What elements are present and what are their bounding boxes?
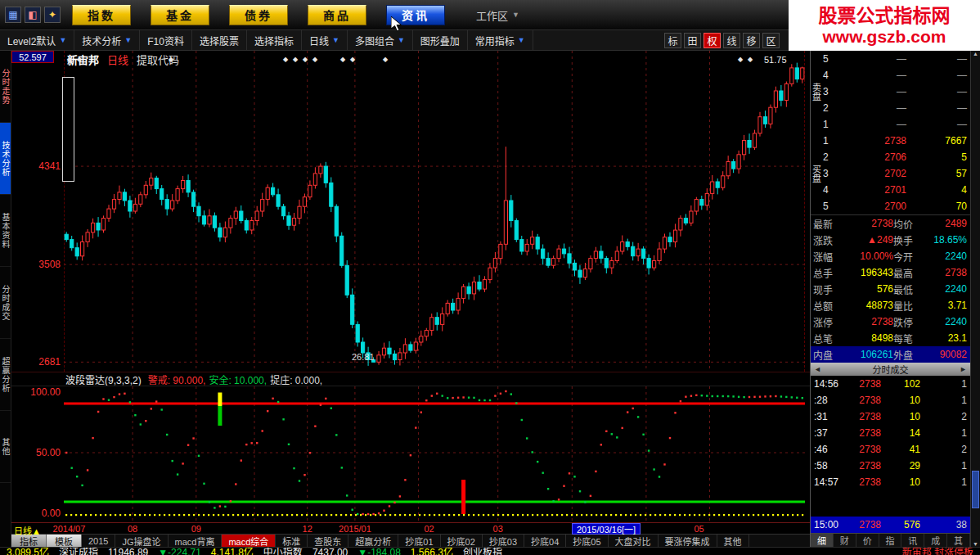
- sidebar-tab-基本资料[interactable]: 基本资料: [0, 195, 11, 267]
- window-icon[interactable]: ◧: [25, 7, 41, 23]
- menu-指数[interactable]: 指数: [72, 5, 131, 25]
- quote-content: 卖盘 5——4——3——2——1—— 买盘 127387667227065327…: [811, 51, 970, 547]
- sell-row[interactable]: 1——: [821, 116, 970, 133]
- stat-label: 总笔: [813, 332, 841, 345]
- sell-row[interactable]: 4——: [821, 67, 970, 83]
- buy-row[interactable]: 127387667: [821, 133, 970, 149]
- quote-tab-价[interactable]: 价: [856, 534, 879, 547]
- sell-row[interactable]: 3——: [821, 83, 970, 100]
- tab-抄底01[interactable]: 抄底01: [398, 535, 440, 547]
- tick-volume: 102: [881, 378, 920, 390]
- quote-tab-成[interactable]: 成: [924, 534, 947, 547]
- stat-label: 每笔: [893, 332, 921, 345]
- toolbar-icon-田[interactable]: 田: [684, 33, 701, 48]
- toolbar-日线[interactable]: 日线▼: [302, 30, 348, 50]
- tab-大盘对比[interactable]: 大盘对比: [609, 535, 659, 547]
- tab-抄底03[interactable]: 抄底03: [483, 535, 524, 547]
- chevron-down-icon: ▼: [512, 11, 519, 19]
- toolbar-icon-区[interactable]: 区: [762, 33, 780, 48]
- scroll-thumb[interactable]: [972, 471, 979, 508]
- quote-scrollbar[interactable]: ▲ ▼: [970, 51, 980, 547]
- sidebar-tab-分时走势[interactable]: 分时走势: [0, 51, 11, 123]
- stat-value: ▲249: [841, 234, 893, 246]
- sell-label: 卖盘: [811, 51, 821, 133]
- menu-商品[interactable]: 商品: [308, 5, 366, 25]
- tab-标准[interactable]: 标准: [276, 535, 308, 547]
- toolbar-label: 技术分析: [82, 34, 121, 47]
- toolbar-多图组合[interactable]: 多图组合▼: [348, 30, 413, 50]
- tab-macd背离[interactable]: macd背离: [169, 535, 223, 547]
- menu-债券[interactable]: 债券: [229, 5, 288, 25]
- quote-tab-讯[interactable]: 讯: [901, 534, 924, 547]
- orderbook-price: 2738: [834, 135, 919, 147]
- sidebar-tab-技术分析[interactable]: 技术分析: [0, 123, 11, 195]
- menu-基金[interactable]: 基金: [151, 5, 209, 25]
- x-axis-label: 08: [128, 524, 137, 534]
- toolbar-Level2默认[interactable]: Level2默认▼: [0, 30, 74, 50]
- prev-page-icon[interactable]: ◄: [814, 365, 821, 373]
- buy-row[interactable]: 427014: [821, 182, 970, 198]
- toolbar-icon-移[interactable]: 移: [743, 33, 760, 48]
- toolbar-选择指标[interactable]: 选择指标: [247, 30, 302, 50]
- toolbar-label: 选择股票: [200, 34, 239, 47]
- stat-label: 换手: [893, 233, 921, 247]
- tick-count: 38: [920, 519, 967, 530]
- stat-row: 内盘106261外盘90082: [811, 346, 970, 363]
- tick-row: 14:572738101: [811, 474, 970, 490]
- tab-超赢分析[interactable]: 超赢分析: [348, 535, 398, 547]
- tab-抄底05[interactable]: 抄底05: [566, 535, 608, 547]
- toolbar-常用指标[interactable]: 常用指标▼: [468, 30, 533, 50]
- toolbar-icon-标[interactable]: 标: [664, 33, 681, 48]
- toolbar-技术分析[interactable]: 技术分析▼: [74, 30, 140, 50]
- sidebar-tab-超赢分析[interactable]: 超赢分析: [0, 339, 11, 411]
- quote-tab-其[interactable]: 其: [947, 534, 970, 547]
- tab-macd综合[interactable]: macd综合: [222, 535, 276, 547]
- tick-time: :28: [814, 395, 843, 406]
- tab-JG操盘论[interactable]: JG操盘论: [115, 535, 168, 547]
- sidebar-tab-分时成交[interactable]: 分时成交: [0, 267, 11, 339]
- sidebar-tab-其他[interactable]: 其他: [0, 411, 11, 483]
- tab-其他[interactable]: 其他: [717, 535, 749, 547]
- status-item: 11946.89: [108, 548, 148, 555]
- toolbar-F10资料[interactable]: F10资料: [140, 30, 192, 50]
- app-logo-icon[interactable]: ▦: [5, 7, 21, 23]
- quote-tab-指[interactable]: 指: [879, 534, 902, 547]
- buy-row[interactable]: 3270257: [821, 165, 970, 182]
- quote-stats: 最新2738均价2489涨跌▲249换手18.65%涨幅10.00%今开2240…: [811, 214, 970, 363]
- tab-2015[interactable]: 2015: [82, 535, 115, 547]
- toolbar-icon-线[interactable]: 线: [723, 33, 740, 48]
- toolbar-选择股票[interactable]: 选择股票: [192, 30, 247, 50]
- buy-row[interactable]: 5270070: [821, 198, 970, 214]
- tick-time: :37: [814, 427, 843, 439]
- tick-price: 2738: [843, 460, 881, 472]
- stat-value: 2738: [921, 267, 967, 278]
- sell-row[interactable]: 5——: [821, 51, 970, 67]
- scroll-track[interactable]: [971, 56, 980, 541]
- chevron-down-icon: ▼: [398, 36, 405, 44]
- orderbook-price: —: [834, 86, 919, 97]
- sell-row[interactable]: 2——: [821, 100, 970, 116]
- tab-查股东[interactable]: 查股东: [308, 535, 348, 547]
- tick-price: 2738: [843, 476, 881, 488]
- orderbook-volume: —: [919, 102, 967, 114]
- toolbar-icon-权[interactable]: 权: [704, 33, 721, 48]
- tab-抄底04[interactable]: 抄底04: [524, 535, 566, 547]
- stat-label: 涨停: [813, 315, 841, 329]
- tab-模板[interactable]: 模板: [47, 535, 82, 547]
- quote-tab-细[interactable]: 细: [811, 534, 834, 547]
- quote-tab-财[interactable]: 财: [834, 534, 856, 547]
- tick-time: :31: [814, 411, 843, 422]
- tab-抄底02[interactable]: 抄底02: [441, 535, 483, 547]
- buy-row[interactable]: 227065: [821, 149, 970, 165]
- favorites-icon[interactable]: ✦: [44, 7, 61, 23]
- scroll-up-icon[interactable]: ▲: [973, 51, 978, 56]
- chevron-down-icon: ▼: [332, 36, 339, 44]
- next-page-icon[interactable]: ►: [960, 365, 967, 373]
- scroll-down-icon[interactable]: ▼: [973, 541, 978, 547]
- workspace-selector[interactable]: 工作区 ▼: [476, 7, 519, 23]
- tab-要涨停集成[interactable]: 要涨停集成: [659, 535, 717, 547]
- buy-label: 买盘: [811, 133, 821, 214]
- menu-资讯[interactable]: 资讯: [386, 5, 445, 25]
- toolbar-图形叠加[interactable]: 图形叠加: [413, 30, 468, 50]
- main-price-chart: 52.597 新宙邦 日线 提取代码 ◆◆◆◆◆◆◆◆◆◆◆◆ 51.75 26…: [11, 51, 810, 372]
